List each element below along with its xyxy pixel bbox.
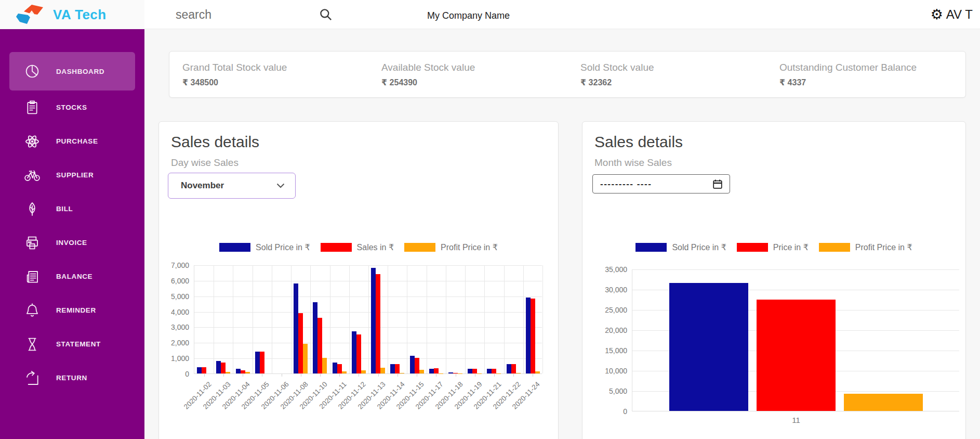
x-axis-tick	[436, 374, 436, 377]
sidebar-item-supplier[interactable]: SUPPLIER	[9, 158, 135, 192]
legend-label: Profit Price in ₹	[441, 242, 498, 252]
legend-item[interactable]: Profit Price in ₹	[819, 242, 912, 252]
bar-group	[349, 331, 368, 373]
sidebar-item-label: BALANCE	[56, 273, 92, 280]
stat-block: Outstanding Customer Balance ₹ 4337	[766, 62, 965, 87]
user-menu[interactable]: AV T	[946, 7, 973, 22]
y-axis-tick-label: 7,000	[159, 261, 189, 269]
legend-item[interactable]: Sold Price in ₹	[219, 242, 310, 252]
y-axis-tick-label: 35,000	[597, 265, 627, 274]
gridline	[465, 265, 466, 373]
bar	[380, 368, 385, 373]
sidebar-item-statement[interactable]: STATEMENT	[9, 327, 135, 361]
bar	[197, 367, 202, 373]
atom-icon	[24, 133, 41, 150]
month-dropdown-value: November	[181, 180, 224, 191]
month-chart-legend: Sold Price in ₹ Price in ₹ Profit Price …	[582, 242, 965, 252]
bar	[337, 364, 342, 373]
bar	[429, 369, 434, 373]
bar	[492, 369, 496, 373]
day-sales-card: Sales details Day wise Sales November So…	[158, 121, 559, 439]
chevron-down-icon	[276, 183, 285, 188]
stat-label: Outstanding Customer Balance	[779, 62, 965, 73]
stat-block: Grand Total Stock value ₹ 348500	[169, 62, 368, 87]
bar	[468, 369, 472, 373]
bar-group	[291, 283, 310, 373]
month-date-input[interactable]: --------- ----	[592, 174, 730, 193]
legend-item[interactable]: Sold Price in ₹	[635, 242, 726, 252]
hourglass-icon	[24, 336, 41, 353]
x-axis-tick	[475, 374, 475, 377]
bar	[448, 372, 453, 373]
gridline	[272, 265, 272, 373]
y-axis-tick-label: 3,000	[159, 323, 189, 331]
top-header: VA Tech My Company Name ⚙ AV T	[0, 0, 980, 29]
bar-group	[523, 298, 542, 373]
day-sales-title: Sales details	[171, 133, 259, 151]
bar	[303, 344, 308, 373]
bar	[260, 352, 264, 373]
user-area: ⚙ AV T	[931, 0, 973, 29]
month-dropdown[interactable]: November	[168, 173, 296, 199]
gridline	[388, 265, 388, 373]
bar-group	[194, 367, 214, 373]
app-screen: VA Tech My Company Name ⚙ AV T DASHBOARD…	[0, 0, 980, 439]
pie-chart-icon	[24, 63, 41, 80]
bar	[434, 368, 439, 373]
gridline	[632, 269, 959, 270]
x-axis-tick	[494, 374, 495, 377]
bar	[342, 371, 347, 373]
bar-group	[446, 372, 465, 373]
stat-value: ₹ 4337	[779, 78, 965, 87]
stat-value: ₹ 254390	[381, 78, 567, 87]
y-axis-tick-label: 25,000	[597, 306, 627, 314]
legend-item[interactable]: Sales in ₹	[321, 242, 394, 252]
x-axis-tick	[378, 374, 379, 377]
sidebar-item-stocks[interactable]: STOCKS	[9, 91, 135, 124]
bar	[352, 331, 356, 373]
sidebar-item-bill[interactable]: BILL	[9, 192, 135, 226]
sidebar-item-label: REMINDER	[56, 306, 96, 314]
y-axis-tick-label: 0	[159, 370, 189, 378]
bar	[241, 370, 245, 373]
gridline	[233, 265, 233, 373]
bar	[415, 358, 419, 373]
x-axis-tick	[513, 374, 514, 377]
sidebar-item-reminder[interactable]: REMINDER	[9, 293, 135, 327]
bell-icon	[24, 302, 41, 319]
legend-item[interactable]: Profit Price in ₹	[404, 242, 498, 252]
sidebar-item-label: BILL	[56, 205, 73, 213]
calendar-icon[interactable]	[712, 178, 723, 190]
legend-label: Sold Price in ₹	[672, 242, 726, 252]
sidebar-item-label: SUPPLIER	[56, 171, 94, 179]
bar	[410, 356, 415, 373]
legend-item[interactable]: Price in ₹	[737, 242, 809, 252]
day-sales-subtitle: Day wise Sales	[171, 157, 239, 169]
sidebar-nav-list: DASHBOARD STOCKS PURCHASE SUPPLIER BILL …	[0, 29, 144, 395]
bar	[313, 302, 317, 373]
sidebar-item-label: STOCKS	[56, 104, 87, 111]
bar-group	[368, 268, 388, 373]
y-axis-tick-label: 4,000	[159, 308, 189, 316]
x-axis-tick	[223, 374, 224, 377]
sidebar-item-invoice[interactable]: INVOICE	[9, 226, 135, 260]
bar	[216, 361, 221, 373]
sidebar-item-dashboard[interactable]: DASHBOARD	[9, 52, 135, 91]
search-input[interactable]	[176, 8, 308, 22]
bar	[376, 274, 380, 373]
search-icon[interactable]	[319, 7, 333, 23]
bar	[226, 372, 230, 373]
gridline	[484, 265, 485, 373]
sidebar-item-balance[interactable]: BALANCE	[9, 260, 135, 293]
bar	[255, 352, 260, 373]
sidebar-item-return[interactable]: RETURN	[9, 361, 135, 395]
bar	[487, 369, 492, 373]
brand-logo[interactable]: VA Tech	[0, 0, 144, 29]
x-axis-tick	[204, 374, 205, 377]
gridline	[427, 265, 427, 373]
sidebar-item-purchase[interactable]: PURCHASE	[9, 124, 135, 158]
month-sales-title: Sales details	[594, 133, 683, 151]
gear-icon[interactable]: ⚙	[931, 8, 943, 22]
sidebar-item-label: INVOICE	[56, 239, 87, 247]
leaf-icon	[24, 201, 41, 217]
